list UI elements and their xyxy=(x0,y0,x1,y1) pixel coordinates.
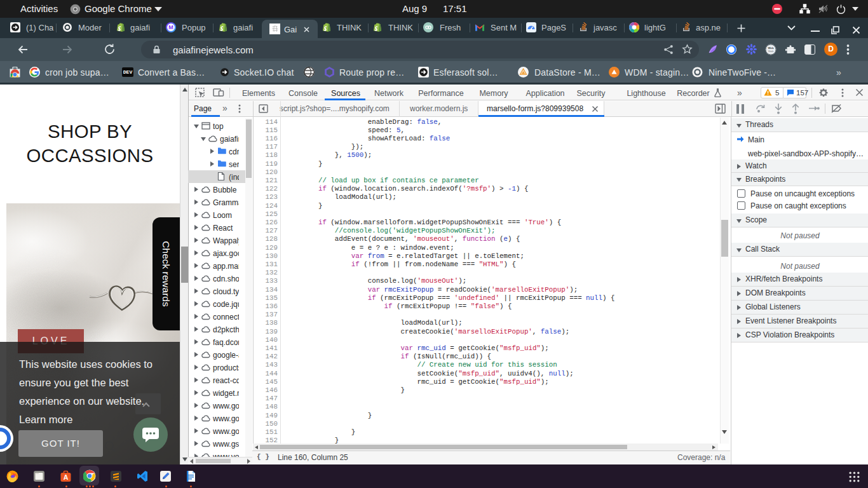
svg-text:Vitals: Vitals xyxy=(768,50,774,53)
svg-text:M: M xyxy=(168,24,173,30)
svg-text:A: A xyxy=(64,473,69,481)
svg-text:Web: Web xyxy=(768,46,774,50)
